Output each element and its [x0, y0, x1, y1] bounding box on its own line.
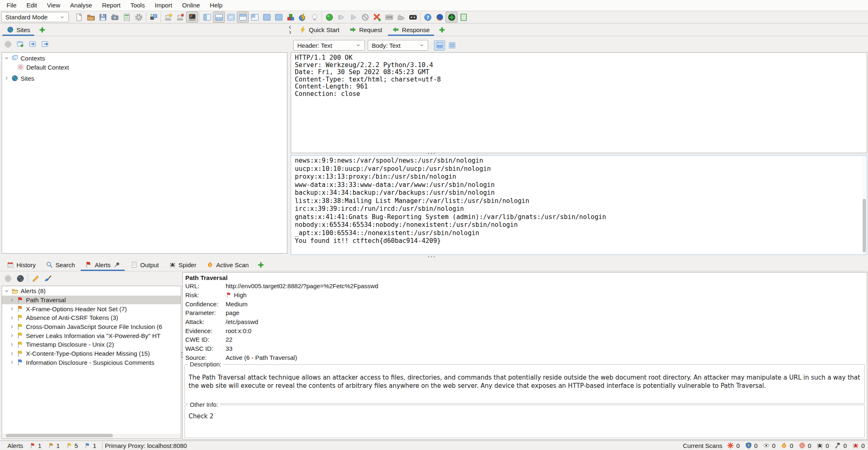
new-session-button[interactable]	[73, 12, 85, 23]
step-forward-button[interactable]	[335, 12, 347, 23]
cassette-button[interactable]	[407, 12, 419, 23]
session-properties-button[interactable]	[121, 12, 133, 23]
alert-item[interactable]: Server Leaks Information via "X-Powered-…	[2, 331, 181, 340]
status-alerts-label[interactable]: Alerts	[7, 442, 23, 449]
alert-item[interactable]: Absence of Anti-CSRF Tokens (3)	[2, 313, 181, 322]
menu-report[interactable]: Report	[97, 0, 126, 11]
tree-item-sites[interactable]: Sites	[2, 74, 287, 83]
response-header-box[interactable]: HTTP/1.1 200 OK Server: Werkzeug/2.2.2 P…	[291, 52, 867, 153]
help-button[interactable]: ?	[422, 12, 434, 23]
scan-count-target-red[interactable]: 0	[798, 442, 811, 449]
alert-item[interactable]: Cross-Domain JavaScript Source File Incl…	[2, 322, 181, 331]
browser-firefox-button[interactable]	[434, 12, 446, 23]
record-button-button[interactable]	[323, 12, 335, 23]
component-blocks-button[interactable]	[285, 12, 296, 23]
context-new-button[interactable]	[14, 38, 26, 50]
work-add-tab-button[interactable]	[435, 23, 449, 36]
menu-import[interactable]: Import	[150, 0, 177, 11]
menu-edit[interactable]: Edit	[21, 0, 42, 11]
tab-search[interactable]: Search	[41, 259, 80, 271]
response-splitter[interactable]	[427, 152, 436, 154]
scan-count-eye[interactable]: 0	[763, 442, 775, 449]
open-session-button[interactable]	[85, 12, 97, 23]
layout-bottom-button[interactable]	[213, 12, 225, 23]
pencil-button[interactable]	[29, 273, 42, 284]
alert-item[interactable]: Path Traversal	[2, 296, 181, 305]
globe-dark-button[interactable]	[14, 273, 26, 284]
scan-count-spider-red[interactable]: 0	[852, 442, 865, 449]
show-terminal-button[interactable]	[186, 12, 198, 23]
scan-count-hammer[interactable]: 0	[834, 442, 847, 449]
tab-alerts[interactable]: Alerts	[80, 259, 125, 271]
tab-spider[interactable]: Spider	[164, 259, 201, 271]
alert-item[interactable]: Timestamp Disclosure - Unix (2)	[2, 340, 181, 349]
main-splitter[interactable]	[427, 256, 436, 257]
tab-scroll-chevrons[interactable]	[288, 24, 294, 36]
zap-target-button[interactable]	[446, 12, 457, 23]
menu-file[interactable]: File	[2, 0, 21, 11]
scan-count-spider-dark[interactable]: 0	[816, 442, 829, 449]
hint-bulb-button[interactable]	[308, 12, 320, 23]
bottom-add-tab-button[interactable]	[254, 259, 268, 271]
layout-cols-button[interactable]	[261, 12, 273, 23]
play-button[interactable]	[347, 12, 359, 23]
layout-full-button[interactable]	[225, 12, 237, 23]
layout-tab-button[interactable]	[237, 12, 249, 23]
toggle-combined-button[interactable]	[446, 40, 457, 51]
body-vertical-scrollbar[interactable]	[862, 156, 866, 254]
alerts-horizontal-scrollbar[interactable]	[2, 434, 181, 438]
chev-right-icon[interactable]	[4, 76, 9, 81]
tree-item-default-context[interactable]: Default Context	[2, 63, 287, 72]
response-body-box[interactable]: news:x:9:9:news:/var/spool/news:/usr/sbi…	[291, 155, 867, 255]
menu-analyse[interactable]: Analyse	[65, 0, 97, 11]
delete-x-button[interactable]	[371, 12, 383, 23]
brush-button[interactable]	[42, 273, 54, 284]
layout-pane-button[interactable]	[249, 12, 261, 23]
options-gear-button[interactable]	[133, 12, 145, 23]
scan-count-burst-red[interactable]: 0	[727, 442, 740, 449]
status-flag-low[interactable]: 5	[66, 442, 78, 449]
status-flag-medium[interactable]: 1	[48, 442, 60, 449]
header-view-select[interactable]: Header: Text	[293, 40, 365, 51]
context-import-button[interactable]	[26, 38, 39, 50]
menu-online[interactable]: Online	[177, 0, 205, 11]
release-notes-button[interactable]	[457, 12, 469, 23]
target-scope-button[interactable]	[2, 38, 14, 50]
layout-rows-button[interactable]	[273, 12, 285, 23]
tab-quick-start[interactable]: Quick Start	[294, 23, 344, 36]
tab-response[interactable]: Response	[387, 23, 435, 36]
scan-count-shield[interactable]: 0	[745, 442, 758, 449]
target-scope-button[interactable]	[2, 273, 14, 284]
tab-request[interactable]: Request	[344, 23, 387, 36]
response-header-text[interactable]: HTTP/1.1 200 OK Server: Werkzeug/2.2.2 P…	[291, 53, 867, 98]
addon-remove-button[interactable]	[174, 12, 186, 23]
addon-bulb-button[interactable]	[162, 12, 174, 23]
sites-add-tab-button[interactable]	[35, 23, 49, 36]
keyboard-sliders-button[interactable]	[383, 12, 395, 23]
layout-left-button[interactable]	[201, 12, 213, 23]
scan-count-flame[interactable]: 0	[780, 442, 793, 449]
alerts-root[interactable]: Alerts (8)	[2, 287, 181, 296]
stop-block-button[interactable]	[359, 12, 371, 23]
other-info-text[interactable]: Check 2	[185, 405, 864, 420]
detail-splitter[interactable]	[181, 352, 182, 359]
tab-output[interactable]: Output	[126, 259, 164, 271]
mode-select[interactable]: Standard Mode	[1, 12, 69, 22]
toggle-split-button[interactable]	[434, 40, 445, 51]
tab-sites[interactable]: Sites	[2, 23, 35, 36]
snapshot-session-button[interactable]	[109, 12, 121, 23]
status-flag-high[interactable]: 1	[30, 442, 41, 449]
quick-attack-button[interactable]	[296, 12, 308, 23]
response-body-text[interactable]: news:x:9:9:news:/var/spool/news:/usr/sbi…	[291, 156, 867, 245]
alert-item[interactable]: Information Disclosure - Suspicious Comm…	[2, 358, 181, 367]
alert-item[interactable]: X-Content-Type-Options Header Missing (1…	[2, 349, 181, 358]
status-flag-info[interactable]: 1	[84, 442, 96, 449]
swap-views-button[interactable]	[147, 12, 159, 23]
tab-active-scan[interactable]: Active Scan	[201, 259, 254, 271]
body-view-select[interactable]: Body: Text	[368, 40, 428, 51]
proxy-box-button[interactable]	[395, 12, 407, 23]
menu-tools[interactable]: Tools	[126, 0, 150, 11]
context-export-button[interactable]	[39, 38, 51, 50]
menu-help[interactable]: Help	[205, 0, 228, 11]
persist-session-button[interactable]	[97, 12, 109, 23]
